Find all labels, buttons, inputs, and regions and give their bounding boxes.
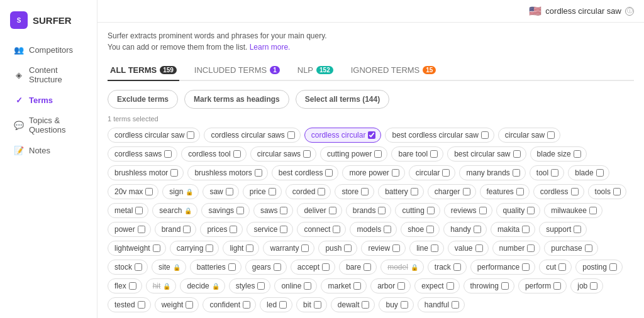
term-chip[interactable]: saws xyxy=(253,203,293,218)
term-checkbox[interactable] xyxy=(574,150,581,158)
term-chip[interactable]: arbor xyxy=(370,278,411,293)
tab-ignored-terms[interactable]: IGNORED TERMS 15 xyxy=(348,60,439,80)
term-checkbox[interactable] xyxy=(233,150,241,158)
term-chip[interactable]: review xyxy=(361,241,406,256)
term-chip[interactable]: value xyxy=(448,241,489,256)
term-checkbox[interactable] xyxy=(401,301,408,309)
term-chip[interactable]: best cordless xyxy=(272,165,339,180)
term-checkbox[interactable] xyxy=(325,169,333,177)
term-chip[interactable]: weight xyxy=(155,297,199,312)
term-checkbox[interactable] xyxy=(585,244,592,252)
term-chip[interactable]: brushless motor xyxy=(108,165,184,180)
term-checkbox[interactable] xyxy=(186,301,193,309)
term-chip[interactable]: line xyxy=(409,241,444,256)
term-checkbox[interactable] xyxy=(230,226,237,233)
term-chip[interactable]: handful xyxy=(418,297,465,312)
term-chip[interactable]: milwaukee xyxy=(544,203,602,218)
term-checkbox[interactable] xyxy=(374,150,382,158)
term-checkbox[interactable] xyxy=(280,207,287,214)
term-checkbox[interactable] xyxy=(411,188,418,195)
mark-headings-button[interactable]: Mark terms as headings xyxy=(184,90,289,109)
sidebar-item-content-structure[interactable]: ◈ Content Structure xyxy=(4,60,93,89)
term-checkbox[interactable] xyxy=(547,131,555,139)
term-chip[interactable]: accept xyxy=(291,260,335,275)
term-checkbox[interactable] xyxy=(479,207,487,214)
term-chip[interactable]: handy xyxy=(443,222,487,237)
term-chip[interactable]: cordless xyxy=(533,184,584,199)
term-checkbox[interactable] xyxy=(269,188,276,195)
term-checkbox[interactable] xyxy=(364,263,371,271)
term-checkbox[interactable] xyxy=(553,282,561,290)
term-checkbox[interactable] xyxy=(513,169,520,177)
term-checkbox[interactable] xyxy=(426,226,434,233)
term-chip[interactable]: brand xyxy=(155,222,197,237)
term-checkbox[interactable] xyxy=(574,226,581,233)
term-checkbox[interactable] xyxy=(279,301,287,309)
term-checkbox[interactable] xyxy=(513,150,521,158)
term-chip[interactable]: brushless motors xyxy=(187,165,267,180)
term-chip[interactable]: bit xyxy=(296,297,327,312)
term-checkbox[interactable] xyxy=(590,282,597,290)
term-chip[interactable]: more power xyxy=(342,165,404,180)
term-chip[interactable]: number xyxy=(492,241,541,256)
term-chip[interactable]: prices xyxy=(200,222,243,237)
sidebar-item-topics[interactable]: 💬 Topics & Questions xyxy=(4,111,93,140)
term-chip[interactable]: sign🔒 xyxy=(162,184,199,199)
term-checkbox[interactable] xyxy=(187,131,194,139)
term-chip[interactable]: cordless tool xyxy=(181,146,246,162)
term-chip[interactable]: price xyxy=(243,184,282,199)
term-chip[interactable]: cutting xyxy=(395,203,440,218)
term-checkbox[interactable] xyxy=(164,150,172,158)
term-chip[interactable]: circular saw xyxy=(498,128,560,143)
term-chip[interactable]: cordless saws xyxy=(108,146,177,162)
term-chip[interactable]: cordless circular saw xyxy=(108,128,200,143)
term-checkbox[interactable] xyxy=(501,282,509,290)
term-chip[interactable]: track xyxy=(428,260,467,275)
term-chip[interactable]: batteries xyxy=(190,260,242,275)
term-checkbox[interactable] xyxy=(344,244,352,252)
term-chip[interactable]: shoe xyxy=(401,222,440,237)
term-chip[interactable]: confident xyxy=(203,297,256,312)
term-checkbox[interactable] xyxy=(558,263,566,271)
info-icon[interactable]: ⓘ xyxy=(625,7,634,16)
term-chip[interactable]: throwing xyxy=(464,278,514,293)
term-checkbox[interactable] xyxy=(183,226,191,233)
term-checkbox[interactable] xyxy=(384,226,391,233)
term-checkbox[interactable] xyxy=(138,226,145,233)
term-checkbox[interactable] xyxy=(287,131,295,139)
term-chip[interactable]: push xyxy=(318,241,357,256)
term-chip[interactable]: dewalt xyxy=(331,297,375,312)
term-checkbox[interactable] xyxy=(135,263,142,271)
term-checkbox[interactable] xyxy=(353,282,361,290)
term-checkbox[interactable] xyxy=(255,169,262,177)
term-chip[interactable]: warranty xyxy=(263,241,314,256)
term-checkbox[interactable] xyxy=(243,301,250,309)
term-checkbox[interactable] xyxy=(522,263,530,271)
term-checkbox[interactable] xyxy=(246,244,253,252)
term-chip[interactable]: tool xyxy=(530,165,564,180)
term-chip[interactable]: search🔒 xyxy=(152,203,197,218)
term-chip[interactable]: savings xyxy=(201,203,250,218)
term-checkbox[interactable] xyxy=(153,244,160,252)
term-chip[interactable]: features xyxy=(480,184,530,199)
term-chip[interactable]: hit🔒 xyxy=(146,278,177,293)
term-chip[interactable]: carrying xyxy=(170,241,219,256)
learn-more-link[interactable]: Learn more. xyxy=(250,43,291,52)
term-checkbox[interactable] xyxy=(333,226,340,233)
term-chip[interactable]: gears xyxy=(245,260,287,275)
term-checkbox[interactable] xyxy=(138,301,145,309)
term-chip[interactable]: connect xyxy=(297,222,346,237)
term-chip[interactable]: posting xyxy=(575,260,623,275)
term-chip[interactable]: blade xyxy=(568,165,609,180)
term-checkbox[interactable] xyxy=(392,169,399,177)
term-checkbox[interactable] xyxy=(613,188,621,195)
term-checkbox[interactable] xyxy=(571,188,579,195)
term-checkbox[interactable] xyxy=(475,244,483,252)
term-checkbox[interactable] xyxy=(145,188,153,195)
term-chip[interactable]: site🔒 xyxy=(152,260,186,275)
term-chip[interactable]: models xyxy=(350,222,397,237)
term-checkbox[interactable] xyxy=(322,263,330,271)
term-chip[interactable]: bare tool xyxy=(391,146,443,162)
term-checkbox[interactable] xyxy=(589,207,597,214)
term-chip[interactable]: circular xyxy=(409,165,456,180)
